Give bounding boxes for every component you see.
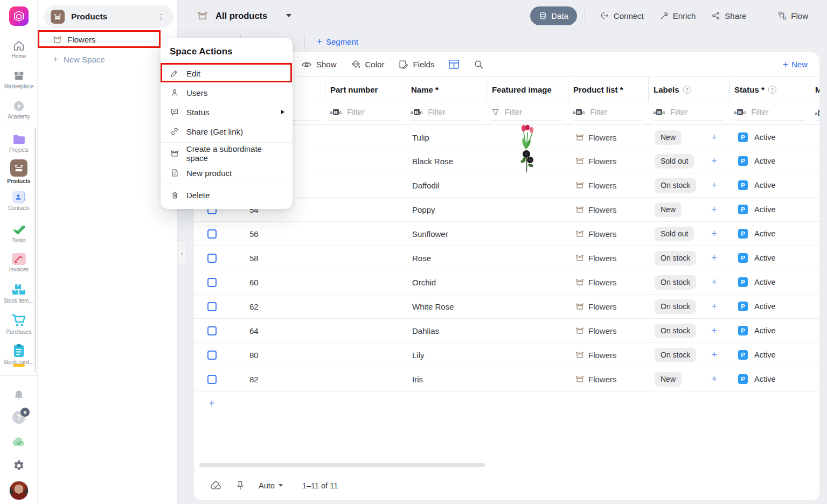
label-pill[interactable]: On stock — [655, 178, 696, 193]
filter-status[interactable]: aBc Filter — [729, 102, 810, 124]
rail-scrollbar[interactable] — [34, 128, 36, 373]
labels-cell[interactable]: On stock + — [648, 251, 729, 265]
row-checkbox[interactable] — [207, 375, 217, 384]
status-cell[interactable]: P Active — [729, 205, 810, 214]
color-button[interactable]: Color — [351, 59, 385, 69]
table-row[interactable]: 80 Lily Flowers On stock + P Active — [194, 343, 819, 367]
product-list-cell[interactable]: Flowers — [568, 254, 648, 263]
sidebar-collapse-handle[interactable]: ‹ — [178, 240, 186, 266]
row-checkbox[interactable] — [207, 302, 217, 311]
table-layout-icon[interactable] — [448, 59, 460, 69]
new-space-button[interactable]: + New Space — [38, 53, 178, 65]
row-checkbox[interactable] — [207, 278, 217, 287]
product-list-cell[interactable]: Flowers — [568, 351, 648, 360]
page-size-select[interactable]: Auto — [259, 481, 283, 490]
row-checkbox[interactable] — [207, 229, 217, 239]
id-cell[interactable]: 60 — [245, 278, 325, 287]
product-list-cell[interactable]: Flowers — [568, 326, 648, 335]
product-list-cell[interactable]: Flowers — [568, 157, 648, 166]
header-more[interactable]: M — [810, 77, 819, 102]
menu-item-edit[interactable]: Edit — [161, 64, 293, 83]
table-row[interactable]: 58 Rose Flowers On stock + P Active — [194, 246, 819, 270]
notifications-button[interactable] — [0, 389, 38, 401]
sync-status-button[interactable] — [0, 436, 38, 447]
help-button[interactable]: ? 9 — [0, 411, 38, 424]
status-cell[interactable]: P Active — [729, 253, 810, 263]
name-cell[interactable]: White Rose — [406, 302, 487, 311]
labels-cell[interactable]: On stock + — [648, 299, 729, 314]
status-cell[interactable]: P Active — [729, 374, 810, 384]
row-checkbox[interactable] — [207, 351, 217, 360]
name-cell[interactable]: Daffodil — [406, 181, 487, 190]
menu-item-create-subordinate-space[interactable]: Create a subordinate space — [161, 144, 293, 163]
id-cell[interactable]: 56 — [245, 229, 325, 239]
connect-button[interactable]: Connect — [601, 11, 644, 20]
filter-part-number[interactable]: aBc Filter — [325, 102, 406, 124]
pin-icon[interactable] — [236, 481, 245, 491]
menu-item-delete[interactable]: Delete — [161, 185, 293, 205]
product-list-cell[interactable]: Flowers — [568, 278, 648, 287]
featured-image-cell[interactable] — [487, 125, 568, 150]
product-list-cell[interactable]: Flowers — [568, 181, 648, 190]
add-label-icon[interactable]: + — [711, 276, 717, 288]
name-cell[interactable]: Black Rose — [406, 157, 487, 166]
status-cell[interactable]: P Active — [729, 132, 810, 142]
filter-product-list[interactable]: aBc Filter — [568, 102, 648, 124]
labels-cell[interactable]: New + — [648, 130, 729, 145]
product-list-cell[interactable]: Flowers — [568, 375, 648, 384]
table-row[interactable]: 82 Iris Flowers New + P Active — [194, 367, 819, 391]
table-selector[interactable]: All products — [197, 10, 291, 21]
id-cell[interactable]: 62 — [245, 302, 325, 311]
add-label-icon[interactable]: + — [711, 349, 717, 361]
label-pill[interactable]: Sold out — [655, 154, 694, 169]
rail-item-partial[interactable] — [0, 364, 38, 367]
rail-item-projects[interactable]: Projects — [0, 134, 38, 153]
label-pill[interactable]: On stock — [655, 348, 696, 362]
horizontal-scrollbar[interactable] — [199, 463, 485, 467]
name-cell[interactable]: Dahlias — [406, 326, 487, 335]
id-cell[interactable]: 80 — [245, 351, 325, 360]
add-label-icon[interactable]: + — [711, 325, 717, 337]
menu-item-share-link[interactable]: Share (Get link) — [161, 122, 293, 141]
filter-labels[interactable]: aBc Filter — [648, 102, 729, 124]
add-label-icon[interactable]: + — [711, 373, 717, 385]
table-row[interactable]: 64 Dahlias Flowers On stock + P Active — [194, 319, 819, 343]
row-checkbox[interactable] — [207, 254, 217, 263]
rail-item-marketplace[interactable]: Marketplace — [0, 70, 38, 89]
status-cell[interactable]: P Active — [729, 277, 810, 287]
name-cell[interactable]: Iris — [406, 375, 487, 384]
labels-cell[interactable]: On stock + — [648, 275, 729, 290]
id-cell[interactable]: 58 — [245, 254, 325, 263]
product-list-cell[interactable]: Flowers — [568, 229, 648, 239]
header-product-list[interactable]: Product list * — [568, 77, 648, 102]
product-list-cell[interactable]: Flowers — [568, 205, 648, 214]
rail-item-academy[interactable]: Academy — [0, 100, 38, 120]
menu-item-status[interactable]: Status — [161, 102, 293, 122]
labels-cell[interactable]: On stock + — [648, 178, 729, 193]
menu-item-users[interactable]: Users — [161, 83, 293, 102]
rail-item-stock-cards[interactable]: Stock card… — [0, 344, 38, 365]
rail-item-tasks[interactable]: Tasks — [0, 223, 38, 243]
name-cell[interactable]: Sunflower — [406, 229, 487, 239]
status-cell[interactable]: P Active — [729, 326, 810, 335]
status-cell[interactable]: P Active — [729, 180, 810, 190]
header-part-number[interactable]: Part number — [325, 77, 406, 102]
featured-image-cell[interactable] — [487, 149, 568, 173]
rail-item-stock-items[interactable]: Stock item… — [0, 283, 38, 304]
add-label-icon[interactable]: + — [711, 252, 717, 264]
user-avatar[interactable] — [0, 481, 38, 500]
add-label-icon[interactable]: + — [711, 131, 717, 143]
fields-button[interactable]: Fields — [398, 59, 434, 69]
add-label-icon[interactable]: + — [711, 155, 717, 167]
name-cell[interactable]: Rose — [406, 254, 487, 263]
name-cell[interactable]: Poppy — [406, 205, 487, 214]
header-featured-image[interactable]: Featured image — [487, 77, 568, 102]
app-logo[interactable] — [0, 6, 38, 26]
help-circle-icon[interactable]: ? — [768, 86, 776, 94]
row-checkbox[interactable] — [207, 326, 217, 335]
data-tab-button[interactable]: Data — [530, 6, 577, 25]
share-button[interactable]: Share — [712, 11, 746, 20]
label-pill[interactable]: New — [655, 372, 682, 387]
add-label-icon[interactable]: + — [711, 300, 717, 312]
kebab-menu-icon[interactable]: ⋮ — [157, 16, 165, 18]
